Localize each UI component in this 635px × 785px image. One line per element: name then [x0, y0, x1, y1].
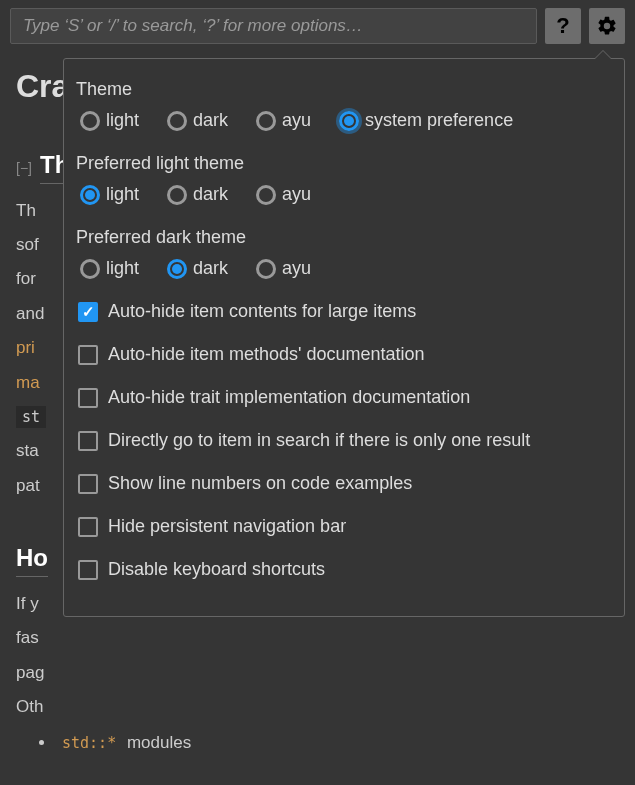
radio-icon: [256, 111, 276, 131]
radio-option-dark[interactable]: dark: [167, 110, 228, 131]
radio-label: light: [106, 258, 139, 279]
radio-icon: [167, 259, 187, 279]
setting-checkbox-5[interactable]: Hide persistent navigation bar: [78, 516, 616, 537]
radio-label: light: [106, 110, 139, 131]
radio-option-light[interactable]: light: [80, 110, 139, 131]
setting-checkbox-3[interactable]: Directly go to item in search if there i…: [78, 430, 616, 451]
checkbox-label: Hide persistent navigation bar: [108, 516, 346, 537]
help-button[interactable]: ?: [545, 8, 581, 44]
radio-label: ayu: [282, 258, 311, 279]
checkbox-icon: [78, 560, 98, 580]
checkbox-icon: [78, 431, 98, 451]
radio-label: ayu: [282, 184, 311, 205]
setting-checkbox-2[interactable]: Auto-hide trait implementation documenta…: [78, 387, 616, 408]
radio-option-system-preference[interactable]: system preference: [339, 110, 513, 131]
radio-label: system preference: [365, 110, 513, 131]
top-bar: ?: [0, 0, 635, 52]
checkbox-icon: [78, 345, 98, 365]
preferred-dark-label: Preferred dark theme: [76, 227, 616, 248]
settings-popover: Theme lightdarkayusystem preference Pref…: [63, 58, 625, 617]
checkbox-label: Auto-hide trait implementation documenta…: [108, 387, 470, 408]
collapse-icon[interactable]: [−]: [16, 160, 32, 176]
section-heading: Ho: [16, 539, 48, 577]
preferred-light-label: Preferred light theme: [76, 153, 616, 174]
theme-radio-group: lightdarkayusystem preference: [80, 110, 616, 131]
setting-checkbox-1[interactable]: Auto-hide item methods' documentation: [78, 344, 616, 365]
radio-label: dark: [193, 184, 228, 205]
gear-icon: [596, 15, 618, 37]
radio-label: ayu: [282, 110, 311, 131]
checkbox-icon: [78, 388, 98, 408]
radio-label: dark: [193, 110, 228, 131]
setting-checkbox-4[interactable]: Show line numbers on code examples: [78, 473, 616, 494]
radio-icon: [80, 259, 100, 279]
checkbox-label: Directly go to item in search if there i…: [108, 430, 530, 451]
setting-checkbox-6[interactable]: Disable keyboard shortcuts: [78, 559, 616, 580]
radio-icon: [256, 259, 276, 279]
radio-icon: [167, 185, 187, 205]
radio-label: light: [106, 184, 139, 205]
radio-icon: [167, 111, 187, 131]
radio-option-dark[interactable]: dark: [167, 184, 228, 205]
checkbox-label: Show line numbers on code examples: [108, 473, 412, 494]
dark-radio-group: lightdarkayu: [80, 258, 616, 279]
radio-option-ayu[interactable]: ayu: [256, 258, 311, 279]
theme-group-label: Theme: [76, 79, 616, 100]
checkbox-label: Auto-hide item methods' documentation: [108, 344, 425, 365]
radio-icon: [80, 185, 100, 205]
checkbox-icon: [78, 474, 98, 494]
radio-icon: [256, 185, 276, 205]
radio-option-ayu[interactable]: ayu: [256, 110, 311, 131]
radio-option-light[interactable]: light: [80, 258, 139, 279]
radio-icon: [80, 111, 100, 131]
checkbox-label: Auto-hide item contents for large items: [108, 301, 416, 322]
radio-option-light[interactable]: light: [80, 184, 139, 205]
radio-option-dark[interactable]: dark: [167, 258, 228, 279]
search-input[interactable]: [10, 8, 537, 44]
light-radio-group: lightdarkayu: [80, 184, 616, 205]
radio-option-ayu[interactable]: ayu: [256, 184, 311, 205]
settings-button[interactable]: [589, 8, 625, 44]
checkbox-icon: [78, 517, 98, 537]
setting-checkbox-0[interactable]: Auto-hide item contents for large items: [78, 301, 616, 322]
radio-icon: [339, 111, 359, 131]
radio-label: dark: [193, 258, 228, 279]
checkbox-icon: [78, 302, 98, 322]
checkbox-label: Disable keyboard shortcuts: [108, 559, 325, 580]
